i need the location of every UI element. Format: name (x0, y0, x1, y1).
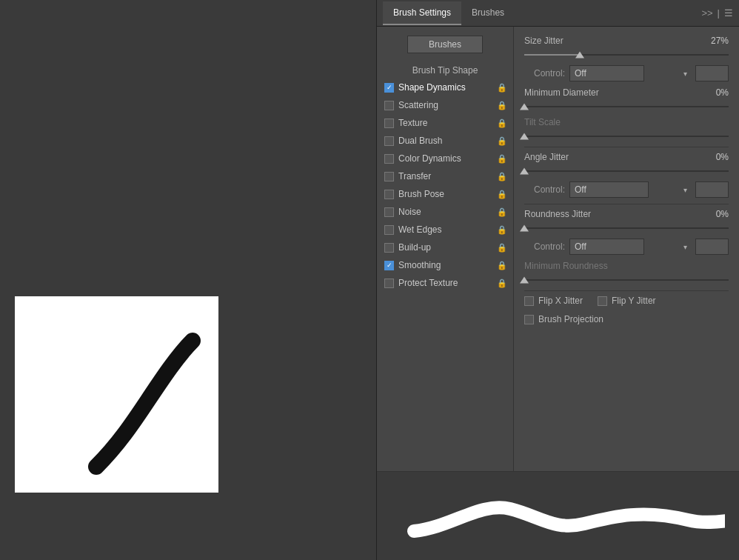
sidebar-item-dual-brush[interactable]: Dual Brush 🔒 (377, 132, 513, 150)
stroke-preview-svg (392, 479, 725, 553)
sidebar-label-noise: Noise (398, 207, 492, 217)
checkbox-flip-x[interactable] (524, 296, 534, 306)
tab-brush-settings[interactable]: Brush Settings (383, 1, 461, 25)
expand-icon[interactable]: >> (701, 7, 712, 19)
angle-jitter-track (524, 170, 729, 172)
left-area (0, 0, 376, 560)
sidebar-item-protect-texture[interactable]: Protect Texture 🔒 (377, 274, 513, 292)
min-roundness-slider[interactable] (524, 274, 729, 286)
angle-control-select-wrapper: Off Fade Pen Pressure Pen Tilt Initial D… (569, 181, 691, 198)
size-control-select[interactable]: Off Fade Pen Pressure Pen Tilt Stylus Wh… (569, 65, 644, 81)
tilt-scale-thumb[interactable] (520, 133, 529, 140)
sidebar-item-texture[interactable]: Texture 🔒 (377, 114, 513, 132)
sidebar-item-color-dynamics[interactable]: Color Dynamics 🔒 (377, 150, 513, 167)
lock-icon-texture: 🔒 (497, 119, 507, 128)
checkbox-build-up[interactable] (384, 243, 394, 253)
checkbox-shape-dynamics[interactable] (384, 83, 394, 93)
lock-icon-transfer: 🔒 (497, 172, 507, 181)
menu-icon[interactable]: ☰ (724, 7, 733, 19)
brush-projection-row: Brush Projection (524, 314, 729, 324)
lock-icon-color-dynamics: 🔒 (497, 154, 507, 164)
checkbox-dual-brush[interactable] (384, 136, 394, 146)
checkbox-flip-y[interactable] (598, 296, 607, 306)
size-jitter-fill (524, 54, 580, 56)
divider-3 (524, 290, 729, 291)
sidebar-item-build-up[interactable]: Build-up 🔒 (377, 239, 513, 256)
sidebar-item-noise[interactable]: Noise 🔒 (377, 203, 513, 221)
size-control-row: Control: Off Fade Pen Pressure Pen Tilt … (524, 65, 729, 81)
roundness-control-select[interactable]: Off Fade Pen Pressure Pen Tilt Stylus Wh… (569, 239, 644, 255)
size-control-input[interactable] (695, 65, 729, 81)
sidebar-label-brush-pose: Brush Pose (398, 189, 492, 199)
size-jitter-track (524, 54, 729, 56)
brush-tip-shape-label: Brush Tip Shape (377, 61, 513, 79)
sidebar-item-brush-pose[interactable]: Brush Pose 🔒 (377, 185, 513, 203)
checkbox-brush-projection[interactable] (524, 315, 534, 324)
size-jitter-slider[interactable] (524, 49, 729, 61)
min-diameter-label: Minimum Diameter (524, 87, 695, 98)
min-diameter-slider[interactable] (524, 101, 729, 113)
flip-row: Flip X Jitter Flip Y Jitter (524, 296, 729, 310)
min-roundness-label: Minimum Roundness (524, 261, 695, 271)
main-content: Size Jitter 27% Control: Off Fade Pen Pr… (514, 27, 739, 471)
checkbox-noise[interactable] (384, 207, 394, 217)
angle-jitter-slider[interactable] (524, 165, 729, 177)
checkbox-texture[interactable] (384, 119, 394, 128)
sidebar-label-protect-texture: Protect Texture (398, 278, 492, 288)
sidebar-label-transfer: Transfer (398, 171, 492, 181)
checkbox-brush-pose[interactable] (384, 190, 394, 199)
size-jitter-thumb[interactable] (575, 52, 584, 59)
panel-tab-actions: >> | ☰ (701, 7, 733, 19)
checkbox-protect-texture[interactable] (384, 279, 394, 288)
sidebar-label-smoothing: Smoothing (398, 260, 492, 270)
sidebar-item-wet-edges[interactable]: Wet Edges 🔒 (377, 221, 513, 239)
brush-settings-panel: Brush Settings Brushes >> | ☰ Brushes Br… (376, 0, 739, 560)
bottom-preview (377, 471, 739, 560)
checkbox-transfer[interactable] (384, 172, 394, 181)
angle-jitter-row: Angle Jitter 0% (524, 152, 729, 162)
min-roundness-row: Minimum Roundness (524, 261, 729, 271)
lock-icon-brush-pose: 🔒 (497, 190, 507, 199)
tilt-scale-label: Tilt Scale (524, 117, 695, 127)
roundness-control-row: Control: Off Fade Pen Pressure Pen Tilt … (524, 239, 729, 255)
sidebar-label-wet-edges: Wet Edges (398, 224, 492, 235)
roundness-jitter-slider[interactable] (524, 222, 729, 234)
lock-icon-dual-brush: 🔒 (497, 136, 507, 146)
roundness-jitter-value: 0% (699, 209, 729, 219)
flip-y-label: Flip Y Jitter (612, 296, 656, 306)
angle-jitter-thumb[interactable] (520, 168, 529, 175)
roundness-jitter-label: Roundness Jitter (524, 209, 695, 219)
brush-projection-label: Brush Projection (538, 314, 603, 324)
checkbox-wet-edges[interactable] (384, 225, 394, 235)
checkbox-color-dynamics[interactable] (384, 154, 394, 164)
min-roundness-thumb[interactable] (520, 277, 529, 284)
roundness-jitter-track (524, 227, 729, 229)
lock-icon-wet-edges: 🔒 (497, 225, 507, 235)
flip-x-label: Flip X Jitter (538, 296, 583, 306)
angle-control-input[interactable] (695, 181, 729, 198)
size-control-select-wrapper: Off Fade Pen Pressure Pen Tilt Stylus Wh… (569, 65, 691, 81)
canvas-preview (15, 296, 218, 493)
min-diameter-value: 0% (699, 87, 729, 98)
lock-icon-smoothing: 🔒 (497, 261, 507, 270)
checkbox-scattering[interactable] (384, 101, 394, 110)
tab-brushes[interactable]: Brushes (461, 1, 515, 25)
checkbox-smoothing[interactable] (384, 261, 394, 270)
angle-control-select[interactable]: Off Fade Pen Pressure Pen Tilt Initial D… (569, 181, 649, 198)
size-jitter-row: Size Jitter 27% (524, 36, 729, 46)
sidebar-item-scattering[interactable]: Scattering 🔒 (377, 96, 513, 114)
brushes-button[interactable]: Brushes (407, 36, 483, 53)
roundness-jitter-thumb[interactable] (520, 225, 529, 232)
roundness-control-label: Control: (524, 241, 565, 252)
tilt-scale-slider[interactable] (524, 130, 729, 142)
flip-y-row: Flip Y Jitter (598, 296, 656, 306)
sidebar-item-shape-dynamics[interactable]: Shape Dynamics 🔒 (377, 79, 513, 96)
divider-1 (524, 147, 729, 147)
sidebar-label-texture: Texture (398, 118, 492, 128)
sidebar-item-smoothing[interactable]: Smoothing 🔒 (377, 256, 513, 274)
min-diameter-thumb[interactable] (520, 104, 529, 110)
sidebar-item-transfer[interactable]: Transfer 🔒 (377, 167, 513, 185)
divider-2 (524, 204, 729, 204)
roundness-control-input[interactable] (695, 239, 729, 255)
separator: | (718, 7, 720, 19)
